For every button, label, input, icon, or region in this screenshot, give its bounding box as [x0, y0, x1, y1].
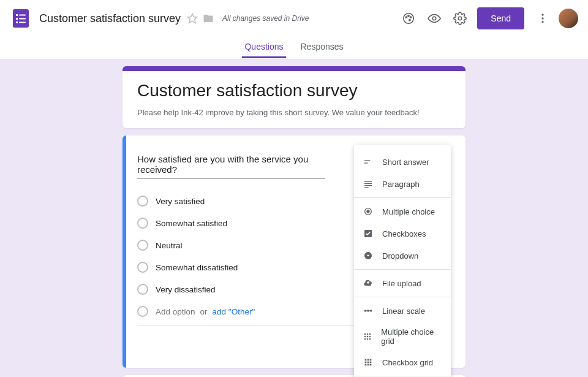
radio-icon — [137, 284, 148, 295]
save-status: All changes saved in Drive — [222, 14, 309, 23]
move-to-folder-icon[interactable] — [203, 13, 214, 24]
svg-marker-7 — [188, 14, 197, 23]
svg-rect-50 — [365, 364, 367, 366]
menu-item-multiple-choice-grid[interactable]: Multiple choice grid — [354, 322, 451, 351]
svg-rect-44 — [365, 359, 367, 361]
svg-rect-47 — [365, 362, 367, 364]
svg-rect-25 — [364, 187, 369, 188]
menu-label: Multiple choice — [382, 207, 435, 216]
form-title-card[interactable]: Customer satisfaction survey Please help… — [123, 66, 466, 128]
question-title-input[interactable]: How satisfied are you with the service y… — [137, 149, 325, 179]
svg-rect-21 — [364, 162, 368, 163]
menu-item-checkboxes[interactable]: Checkboxes — [354, 223, 451, 245]
radio-icon — [137, 240, 148, 251]
svg-rect-6 — [19, 22, 26, 23]
grid-circle-icon — [363, 331, 372, 342]
svg-rect-51 — [368, 364, 369, 366]
svg-rect-46 — [370, 359, 372, 361]
menu-label: Linear scale — [382, 307, 425, 316]
svg-rect-2 — [19, 15, 26, 16]
menu-item-multiple-choice[interactable]: Multiple choice — [354, 200, 451, 223]
tab-questions[interactable]: Questions — [242, 37, 285, 58]
menu-item-checkbox-grid[interactable]: Checkbox grid — [354, 351, 451, 373]
menu-item-short-answer[interactable]: Short answer — [354, 151, 451, 173]
question-type-menu: Short answer Paragraph Multiple choice — [354, 145, 451, 377]
svg-rect-22 — [364, 181, 372, 181]
svg-point-39 — [367, 336, 369, 338]
short-answer-icon — [363, 156, 374, 167]
svg-point-15 — [541, 14, 543, 16]
svg-rect-23 — [364, 183, 372, 184]
menu-item-linear-scale[interactable]: Linear scale — [354, 300, 451, 322]
add-option-or: or — [200, 307, 208, 316]
svg-point-40 — [369, 336, 371, 338]
svg-point-36 — [367, 333, 369, 335]
document-title[interactable]: Customer satisfaction survey — [39, 12, 181, 25]
svg-rect-1 — [16, 14, 18, 16]
preview-button[interactable] — [422, 6, 447, 31]
svg-point-37 — [369, 333, 371, 335]
option-label[interactable]: Somewhat dissatisfied — [156, 263, 238, 272]
menu-label: Paragraph — [382, 180, 420, 189]
radio-icon — [137, 262, 148, 273]
menu-label: Dropdown — [382, 251, 418, 261]
svg-point-42 — [367, 338, 369, 340]
svg-rect-24 — [364, 185, 372, 186]
svg-rect-45 — [368, 359, 369, 361]
menu-item-paragraph[interactable]: Paragraph — [354, 173, 451, 195]
send-button[interactable]: Send — [477, 7, 524, 29]
grid-square-icon — [363, 357, 374, 368]
svg-point-41 — [364, 338, 366, 340]
svg-rect-20 — [364, 160, 370, 161]
menu-label: Short answer — [382, 158, 429, 167]
svg-rect-48 — [368, 362, 369, 364]
linear-scale-icon — [363, 305, 374, 316]
radio-button-icon — [363, 206, 374, 217]
svg-point-9 — [406, 17, 407, 18]
option-label[interactable]: Neutral — [156, 241, 183, 250]
svg-rect-49 — [370, 362, 372, 364]
svg-point-12 — [409, 20, 410, 21]
add-option-label[interactable]: Add option — [156, 307, 195, 316]
svg-rect-3 — [16, 18, 18, 20]
more-button[interactable] — [530, 6, 555, 31]
svg-rect-4 — [19, 18, 26, 20]
radio-icon — [137, 218, 148, 229]
option-label[interactable]: Very dissatisfied — [156, 285, 216, 294]
form-title[interactable]: Customer satisfaction survey — [137, 81, 451, 101]
option-label[interactable]: Very satisfied — [156, 197, 205, 206]
cloud-upload-icon — [363, 278, 374, 289]
tab-responses[interactable]: Responses — [298, 37, 346, 58]
svg-point-16 — [541, 17, 543, 19]
dropdown-icon — [363, 250, 374, 261]
svg-point-17 — [541, 21, 543, 23]
svg-point-27 — [366, 210, 369, 213]
form-canvas: Customer satisfaction survey Please help… — [0, 59, 588, 377]
svg-point-35 — [364, 333, 366, 335]
avatar[interactable] — [559, 9, 578, 28]
app-header: Customer satisfaction survey All changes… — [0, 0, 588, 37]
menu-item-file-upload[interactable]: File upload — [354, 272, 451, 294]
paragraph-icon — [363, 178, 374, 189]
svg-rect-52 — [370, 364, 372, 366]
menu-item-dropdown[interactable]: Dropdown — [354, 245, 451, 267]
svg-rect-5 — [16, 21, 18, 23]
svg-point-32 — [367, 310, 369, 311]
menu-label: Multiple choice grid — [381, 327, 442, 346]
svg-point-10 — [408, 15, 409, 17]
radio-icon — [137, 306, 148, 317]
svg-point-30 — [364, 310, 366, 311]
form-description[interactable]: Please help Ink-42 improve by taking thi… — [137, 108, 451, 117]
option-label[interactable]: Somewhat satisfied — [156, 219, 227, 228]
svg-point-34 — [370, 310, 372, 311]
svg-point-14 — [459, 17, 462, 20]
settings-button[interactable] — [448, 6, 472, 31]
star-icon[interactable] — [187, 13, 198, 24]
svg-point-11 — [410, 17, 412, 18]
menu-label: File upload — [382, 279, 421, 288]
add-other-link[interactable]: add "Other" — [213, 307, 255, 316]
customize-theme-button[interactable] — [396, 6, 421, 31]
forms-logo-icon[interactable] — [10, 7, 32, 29]
view-tabs: Questions Responses — [0, 37, 588, 59]
svg-point-13 — [433, 17, 437, 20]
